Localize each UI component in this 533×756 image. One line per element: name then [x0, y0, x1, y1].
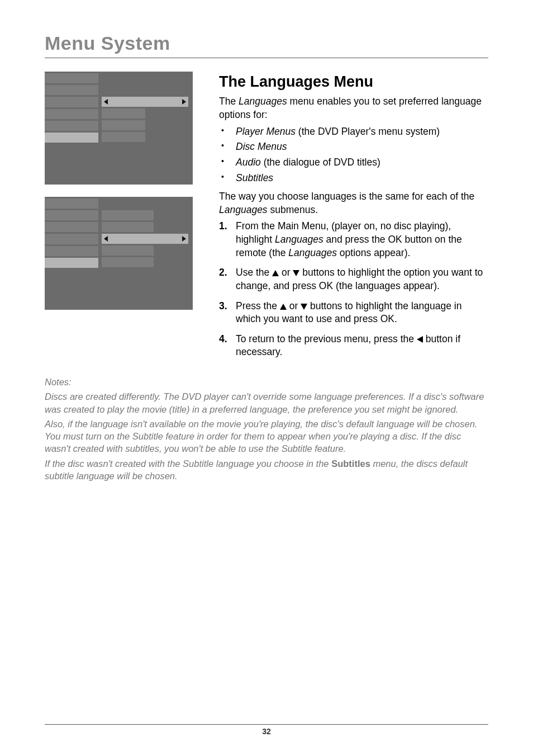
- notes-heading: Notes:: [45, 376, 488, 388]
- bullet-item: Audio (the dialogue of DVD titles): [219, 156, 488, 169]
- menu-screenshot-2: [45, 197, 193, 310]
- step-item: 1. From the Main Menu, (player on, no di…: [219, 220, 488, 259]
- page: Menu System: [0, 0, 533, 756]
- notes-paragraph: If the disc wasn't created with the Subt…: [45, 457, 488, 483]
- triangle-left-icon: [104, 99, 108, 105]
- section-heading: The Languages Menu: [219, 72, 488, 92]
- triangle-right-icon: [182, 99, 186, 105]
- bullet-list: Player Menus (the DVD Player's menu syst…: [219, 125, 488, 185]
- bullet-item: Disc Menus: [219, 140, 488, 154]
- steps-list: 1. From the Main Menu, (player on, no di…: [219, 220, 488, 359]
- arrow-left-icon: [417, 336, 423, 343]
- arrow-up-icon: [272, 270, 279, 276]
- right-column: The Languages Menu The Languages menu en…: [219, 72, 488, 366]
- notes-paragraph: Discs are created differently. The DVD p…: [45, 390, 488, 415]
- paragraph: The way you choose languages is the same…: [219, 190, 488, 216]
- arrow-down-icon: [293, 270, 299, 276]
- notes-block: Notes: Discs are created differently. Th…: [45, 376, 488, 482]
- step-item: 4. To return to the previous menu, press…: [219, 333, 488, 359]
- bullet-item: Subtitles: [219, 172, 488, 185]
- two-column-layout: The Languages Menu The Languages menu en…: [45, 72, 488, 366]
- step-item: 3. Press the or buttons to highlight the…: [219, 300, 488, 326]
- step-item: 2. Use the or buttons to highlight the o…: [219, 266, 488, 292]
- page-number: 32: [45, 727, 488, 736]
- arrow-up-icon: [280, 304, 287, 310]
- page-footer: 32: [45, 724, 488, 736]
- arrow-down-icon: [301, 304, 307, 310]
- divider: [45, 58, 488, 58]
- notes-paragraph: Also, if the language isn't available on…: [45, 418, 488, 455]
- menu-screenshot-1: [45, 72, 193, 185]
- triangle-right-icon: [182, 236, 186, 242]
- triangle-left-icon: [104, 236, 108, 242]
- left-column: [45, 72, 201, 322]
- intro-paragraph: The Languages menu enables you to set pr…: [219, 95, 488, 121]
- chapter-title: Menu System: [45, 32, 488, 54]
- bullet-item: Player Menus (the DVD Player's menu syst…: [219, 125, 488, 139]
- footer-divider: [45, 724, 488, 725]
